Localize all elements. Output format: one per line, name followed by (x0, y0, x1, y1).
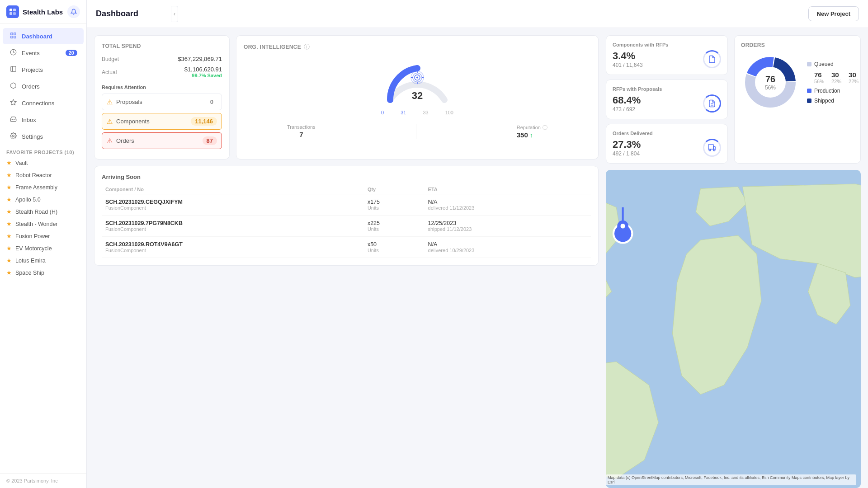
svg-rect-7 (14, 36, 15, 38)
col-eta: ETA (425, 185, 591, 194)
fav-item-vault[interactable]: ★ Vault (0, 157, 86, 169)
svg-rect-23 (708, 145, 713, 149)
saved-label: 99.7% Saved (184, 73, 222, 78)
sidebar-item-dashboard[interactable]: Dashboard (3, 28, 84, 44)
events-badge: 20 (66, 50, 77, 56)
row1-qty: x175 Units (364, 194, 425, 216)
comp-type-2: FusionComponent (105, 226, 360, 232)
fav-label-stealth-road: Stealth Road (H) (15, 209, 57, 215)
actual-row: Actual $1,106,620.91 99.7% Saved (102, 64, 222, 80)
inbox-icon (9, 116, 17, 124)
sidebar-item-connections[interactable]: Connections (3, 95, 84, 111)
collapse-sidebar-button[interactable]: ‹ (171, 6, 178, 22)
nav-label-connections: Connections (22, 100, 77, 107)
qty-1: x175 (368, 199, 421, 205)
star-icon: ★ (6, 245, 12, 252)
top-cards-row: Total Spend Budget $367,229,869.71 Actua… (94, 35, 599, 160)
fav-label-robot-reactor: Robot Reactor (15, 172, 52, 178)
attention-orders: ⚠ Orders 87 (102, 132, 222, 149)
svg-marker-24 (713, 146, 716, 149)
orders-delivered-pct: 27.3% (613, 139, 641, 150)
fav-label-vault: Vault (15, 160, 28, 166)
arriving-title: Arriving Soon (102, 174, 591, 180)
production-pct: 22% (831, 79, 841, 84)
legend-production: Production (807, 88, 859, 94)
fav-item-frame-assembly[interactable]: ★ Frame Assembly (0, 181, 86, 193)
svg-rect-5 (14, 33, 15, 35)
svg-marker-11 (10, 99, 16, 105)
orders-icon (9, 82, 17, 90)
orders-delivered-sub: 492 / 1,804 (613, 150, 641, 157)
components-rfp-title: Components with RFPs (613, 42, 721, 47)
fav-item-fusion-power[interactable]: ★ Fusion Power (0, 230, 86, 242)
orders-delivered-icon (703, 139, 721, 157)
qty-3: x50 (368, 241, 421, 248)
danger-icon: ⚠ (107, 137, 113, 145)
reputation-info-icon[interactable]: ⓘ (542, 124, 547, 131)
eta-sub-3: delivered 10/29/2023 (428, 248, 587, 253)
sidebar-item-settings[interactable]: Settings (3, 128, 84, 145)
queued-count: 76 (814, 71, 824, 79)
app-title: Stealth Labs (23, 8, 63, 16)
stats-and-orders: Components with RFPs 3.4% 401 / 11,643 (606, 35, 861, 164)
sidebar-item-events[interactable]: Events 20 (3, 45, 84, 61)
production-label: Production (814, 88, 840, 94)
fav-item-lotus-emira[interactable]: ★ Lotus Emira (0, 254, 86, 267)
scale-start: 0 (381, 110, 384, 115)
components-rfp-icon (703, 50, 721, 68)
info-icon[interactable]: ⓘ (304, 43, 310, 51)
svg-point-26 (713, 149, 715, 151)
star-icon: ★ (6, 221, 12, 227)
reputation-metric: Reputation ⓘ 350 ↑ (517, 124, 547, 139)
legend-shipped: Shipped (807, 98, 859, 104)
rfps-proposals-card: RFPs with Proposals 68.4% 473 / 692 (606, 80, 728, 119)
shipped-pct: 22% (849, 79, 859, 84)
budget-row: Budget $367,229,869.71 (102, 54, 222, 64)
dashboard-icon (9, 32, 17, 40)
components-count: 11,146 (191, 117, 217, 126)
fav-item-space-ship[interactable]: ★ Space Ship (0, 267, 86, 279)
orders-delivered-title: Orders Delivered (613, 131, 721, 136)
row1-component: SCH.20231029.CEGQJXIFYM FusionComponent (102, 194, 364, 216)
proposals-count: 0 (207, 98, 217, 106)
actual-value: $1,106,620.91 (184, 66, 222, 73)
nav-label-dashboard: Dashboard (22, 33, 77, 40)
star-icon: ★ (6, 184, 12, 191)
eta-sub-1: delivered 11/12/2023 (428, 205, 587, 211)
nav-label-events: Events (22, 50, 61, 56)
actual-label: Actual (102, 69, 117, 75)
settings-icon (9, 132, 17, 141)
fav-item-apollo[interactable]: ★ Apollo 5.0 (0, 193, 86, 206)
row3-component: SCH.20231029.ROT4V9A6GT FusionComponent (102, 237, 364, 258)
connections-icon (9, 99, 17, 107)
sidebar-navigation: Dashboard Events 20 Projects Orders Co (0, 24, 86, 473)
row2-qty: x225 Units (364, 216, 425, 237)
rfps-proposals-pct: 68.4% (613, 94, 641, 106)
orders-legend: Queued 76 56% 30 22% (807, 61, 859, 104)
fav-item-stealth-road[interactable]: ★ Stealth Road (H) (0, 206, 86, 218)
star-icon: ★ (6, 257, 12, 264)
fav-item-ev-motorcycle[interactable]: ★ EV Motorcycle (0, 242, 86, 254)
sidebar-item-orders[interactable]: Orders (3, 78, 84, 94)
new-project-button[interactable]: New Project (808, 6, 859, 21)
comp-no-3: SCH.20231029.ROT4V9A6GT (105, 241, 360, 248)
production-stat: 30 22% (831, 71, 841, 84)
star-icon: ★ (6, 172, 12, 178)
fav-label-stealth-wonder: Stealth - Wonder (15, 221, 58, 227)
fav-item-robot-reactor[interactable]: ★ Robot Reactor (0, 169, 86, 181)
svg-rect-0 (9, 9, 12, 11)
row2-component: SCH.20231029.7PG79N8CKB FusionComponent (102, 216, 364, 237)
transactions-label: Transactions (287, 124, 316, 130)
nav-label-inbox: Inbox (22, 117, 77, 123)
sidebar-item-projects[interactable]: Projects (3, 61, 84, 78)
components-rfp-pct: 3.4% (613, 50, 643, 62)
fav-item-stealth-wonder[interactable]: ★ Stealth - Wonder (0, 218, 86, 230)
notification-bell[interactable] (67, 5, 80, 18)
proposals-label: Proposals (116, 99, 207, 105)
transactions-value: 7 (287, 131, 316, 138)
sidebar-item-inbox[interactable]: Inbox (3, 112, 84, 128)
attention-title: Requires Attention (102, 84, 222, 90)
fav-label-apollo: Apollo 5.0 (15, 197, 41, 203)
table-row: SCH.20231029.CEGQJXIFYM FusionComponent … (102, 194, 591, 216)
star-icon: ★ (6, 208, 12, 215)
